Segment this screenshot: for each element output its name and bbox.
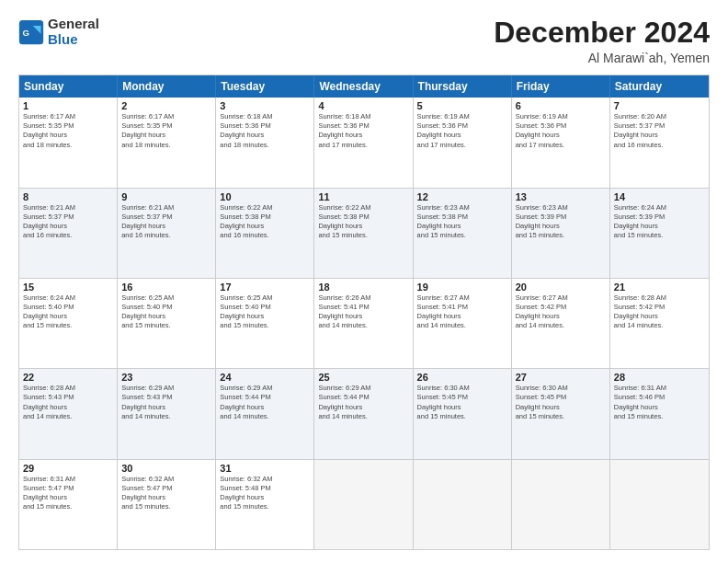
- day-info: Sunrise: 6:27 AMSunset: 5:41 PMDaylight …: [417, 293, 507, 331]
- day-cell-19: 19Sunrise: 6:27 AMSunset: 5:41 PMDayligh…: [414, 279, 512, 368]
- day-number: 19: [417, 282, 507, 293]
- day-cell-13: 13Sunrise: 6:23 AMSunset: 5:39 PMDayligh…: [512, 189, 610, 278]
- day-cell-12: 12Sunrise: 6:23 AMSunset: 5:38 PMDayligh…: [414, 189, 512, 278]
- day-number: 14: [614, 191, 705, 202]
- day-cell-31: 31Sunrise: 6:32 AMSunset: 5:48 PMDayligh…: [216, 460, 314, 549]
- location-subtitle: Al Marawi`ah, Yemen: [494, 51, 710, 65]
- empty-cell: [414, 460, 512, 549]
- day-cell-29: 29Sunrise: 6:31 AMSunset: 5:47 PMDayligh…: [19, 460, 118, 549]
- day-number: 3: [220, 100, 310, 111]
- day-cell-25: 25Sunrise: 6:29 AMSunset: 5:44 PMDayligh…: [314, 369, 413, 458]
- day-cell-16: 16Sunrise: 6:25 AMSunset: 5:40 PMDayligh…: [118, 279, 216, 368]
- day-info: Sunrise: 6:23 AMSunset: 5:38 PMDaylight …: [417, 203, 507, 241]
- day-info: Sunrise: 6:19 AMSunset: 5:36 PMDaylight …: [417, 112, 507, 150]
- header-day-wednesday: Wednesday: [314, 75, 413, 98]
- day-number: 20: [516, 282, 606, 293]
- svg-text:G: G: [22, 27, 28, 37]
- day-number: 21: [614, 282, 705, 293]
- day-info: Sunrise: 6:29 AMSunset: 5:43 PMDaylight …: [121, 384, 211, 421]
- calendar: SundayMondayTuesdayWednesdayThursdayFrid…: [18, 75, 710, 550]
- day-info: Sunrise: 6:24 AMSunset: 5:40 PMDaylight …: [23, 293, 113, 331]
- day-info: Sunrise: 6:23 AMSunset: 5:39 PMDaylight …: [516, 203, 606, 241]
- day-cell-30: 30Sunrise: 6:32 AMSunset: 5:47 PMDayligh…: [118, 460, 216, 549]
- calendar-row-4: 22Sunrise: 6:28 AMSunset: 5:43 PMDayligh…: [19, 368, 709, 458]
- day-number: 28: [614, 372, 705, 383]
- day-cell-27: 27Sunrise: 6:30 AMSunset: 5:45 PMDayligh…: [512, 369, 610, 458]
- day-cell-18: 18Sunrise: 6:26 AMSunset: 5:41 PMDayligh…: [314, 279, 413, 368]
- day-info: Sunrise: 6:25 AMSunset: 5:40 PMDaylight …: [121, 293, 211, 331]
- header: G General Blue December 2024 Al Marawi`a…: [18, 17, 710, 65]
- day-cell-6: 6Sunrise: 6:19 AMSunset: 5:36 PMDaylight…: [512, 98, 610, 187]
- calendar-body: 1Sunrise: 6:17 AMSunset: 5:35 PMDaylight…: [19, 98, 709, 549]
- day-cell-26: 26Sunrise: 6:30 AMSunset: 5:45 PMDayligh…: [414, 369, 512, 458]
- empty-cell: [314, 460, 413, 549]
- page: G General Blue December 2024 Al Marawi`a…: [0, 0, 728, 563]
- day-number: 24: [220, 372, 310, 383]
- day-number: 1: [23, 100, 113, 111]
- day-cell-8: 8Sunrise: 6:21 AMSunset: 5:37 PMDaylight…: [19, 189, 118, 278]
- day-number: 10: [220, 191, 310, 202]
- day-info: Sunrise: 6:30 AMSunset: 5:45 PMDaylight …: [417, 384, 507, 421]
- day-info: Sunrise: 6:20 AMSunset: 5:37 PMDaylight …: [614, 112, 705, 150]
- day-number: 9: [121, 191, 211, 202]
- day-number: 6: [516, 100, 606, 111]
- day-cell-20: 20Sunrise: 6:27 AMSunset: 5:42 PMDayligh…: [512, 279, 610, 368]
- day-info: Sunrise: 6:17 AMSunset: 5:35 PMDaylight …: [121, 112, 211, 150]
- day-cell-4: 4Sunrise: 6:18 AMSunset: 5:36 PMDaylight…: [314, 98, 413, 187]
- day-info: Sunrise: 6:24 AMSunset: 5:39 PMDaylight …: [614, 203, 705, 241]
- day-cell-22: 22Sunrise: 6:28 AMSunset: 5:43 PMDayligh…: [19, 369, 118, 458]
- title-block: December 2024 Al Marawi`ah, Yemen: [494, 17, 710, 65]
- day-info: Sunrise: 6:30 AMSunset: 5:45 PMDaylight …: [516, 384, 606, 421]
- day-info: Sunrise: 6:21 AMSunset: 5:37 PMDaylight …: [121, 203, 211, 241]
- day-number: 2: [121, 100, 211, 111]
- day-number: 18: [318, 282, 408, 293]
- day-number: 16: [121, 282, 211, 293]
- day-number: 15: [23, 282, 113, 293]
- day-cell-5: 5Sunrise: 6:19 AMSunset: 5:36 PMDaylight…: [414, 98, 512, 187]
- day-number: 22: [23, 372, 113, 383]
- header-day-monday: Monday: [118, 75, 216, 98]
- logo-icon: G: [18, 19, 44, 45]
- day-number: 30: [121, 463, 211, 474]
- header-day-sunday: Sunday: [19, 75, 118, 98]
- day-info: Sunrise: 6:22 AMSunset: 5:38 PMDaylight …: [318, 203, 408, 241]
- day-number: 4: [318, 100, 408, 111]
- day-info: Sunrise: 6:27 AMSunset: 5:42 PMDaylight …: [516, 293, 606, 331]
- day-cell-14: 14Sunrise: 6:24 AMSunset: 5:39 PMDayligh…: [610, 189, 709, 278]
- calendar-row-2: 8Sunrise: 6:21 AMSunset: 5:37 PMDaylight…: [19, 188, 709, 278]
- day-number: 7: [614, 100, 705, 111]
- header-day-saturday: Saturday: [610, 75, 709, 98]
- logo-text: General Blue: [48, 17, 99, 47]
- day-number: 17: [220, 282, 310, 293]
- day-info: Sunrise: 6:32 AMSunset: 5:48 PMDaylight …: [220, 475, 310, 512]
- day-cell-2: 2Sunrise: 6:17 AMSunset: 5:35 PMDaylight…: [118, 98, 216, 187]
- calendar-row-1: 1Sunrise: 6:17 AMSunset: 5:35 PMDaylight…: [19, 98, 709, 187]
- day-info: Sunrise: 6:29 AMSunset: 5:44 PMDaylight …: [220, 384, 310, 421]
- day-cell-11: 11Sunrise: 6:22 AMSunset: 5:38 PMDayligh…: [314, 189, 413, 278]
- day-info: Sunrise: 6:19 AMSunset: 5:36 PMDaylight …: [516, 112, 606, 150]
- day-cell-3: 3Sunrise: 6:18 AMSunset: 5:36 PMDaylight…: [216, 98, 314, 187]
- day-info: Sunrise: 6:17 AMSunset: 5:35 PMDaylight …: [23, 112, 113, 150]
- day-cell-1: 1Sunrise: 6:17 AMSunset: 5:35 PMDaylight…: [19, 98, 118, 187]
- day-number: 29: [23, 463, 113, 474]
- day-cell-23: 23Sunrise: 6:29 AMSunset: 5:43 PMDayligh…: [118, 369, 216, 458]
- header-day-thursday: Thursday: [414, 75, 512, 98]
- day-number: 27: [516, 372, 606, 383]
- day-info: Sunrise: 6:28 AMSunset: 5:42 PMDaylight …: [614, 293, 705, 331]
- empty-cell: [512, 460, 610, 549]
- day-number: 5: [417, 100, 507, 111]
- day-number: 31: [220, 463, 310, 474]
- day-info: Sunrise: 6:31 AMSunset: 5:46 PMDaylight …: [614, 384, 705, 421]
- day-cell-10: 10Sunrise: 6:22 AMSunset: 5:38 PMDayligh…: [216, 189, 314, 278]
- day-info: Sunrise: 6:28 AMSunset: 5:43 PMDaylight …: [23, 384, 113, 421]
- day-info: Sunrise: 6:18 AMSunset: 5:36 PMDaylight …: [318, 112, 408, 150]
- calendar-row-3: 15Sunrise: 6:24 AMSunset: 5:40 PMDayligh…: [19, 278, 709, 368]
- day-info: Sunrise: 6:25 AMSunset: 5:40 PMDaylight …: [220, 293, 310, 331]
- day-cell-28: 28Sunrise: 6:31 AMSunset: 5:46 PMDayligh…: [610, 369, 709, 458]
- logo: G General Blue: [18, 17, 99, 47]
- day-info: Sunrise: 6:26 AMSunset: 5:41 PMDaylight …: [318, 293, 408, 331]
- day-number: 8: [23, 191, 113, 202]
- day-cell-15: 15Sunrise: 6:24 AMSunset: 5:40 PMDayligh…: [19, 279, 118, 368]
- day-cell-24: 24Sunrise: 6:29 AMSunset: 5:44 PMDayligh…: [216, 369, 314, 458]
- day-info: Sunrise: 6:22 AMSunset: 5:38 PMDaylight …: [220, 203, 310, 241]
